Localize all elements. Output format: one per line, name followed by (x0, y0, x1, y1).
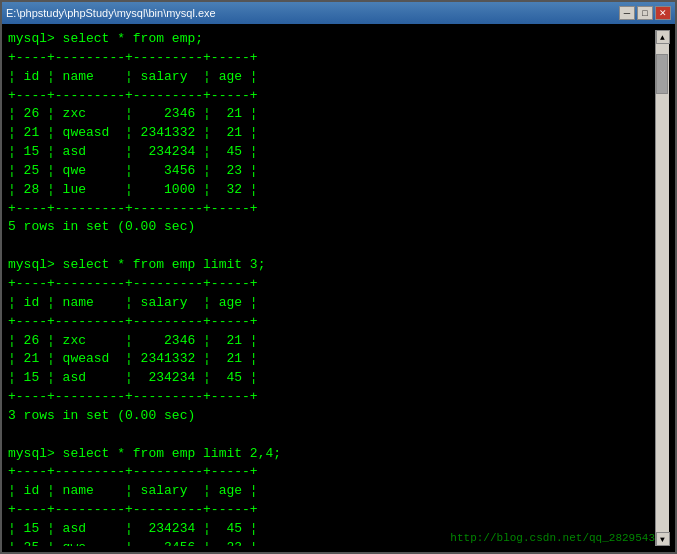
terminal-content[interactable]: mysql> select * from emp; +----+--------… (8, 30, 655, 546)
maximize-button[interactable]: □ (637, 6, 653, 20)
terminal-body: mysql> select * from emp; +----+--------… (2, 24, 675, 552)
scroll-up-button[interactable]: ▲ (656, 30, 670, 44)
scroll-thumb[interactable] (656, 54, 668, 94)
scroll-track[interactable] (656, 44, 669, 532)
close-button[interactable]: ✕ (655, 6, 671, 20)
title-bar-controls: ─ □ ✕ (619, 6, 671, 20)
scrollbar[interactable]: ▲ ▼ (655, 30, 669, 546)
window: E:\phpstudy\phpStudy\mysql\bin\mysql.exe… (0, 0, 677, 554)
title-bar-text: E:\phpstudy\phpStudy\mysql\bin\mysql.exe (6, 7, 216, 19)
minimize-button[interactable]: ─ (619, 6, 635, 20)
scroll-down-button[interactable]: ▼ (656, 532, 670, 546)
title-bar: E:\phpstudy\phpStudy\mysql\bin\mysql.exe… (2, 2, 675, 24)
watermark: http://blog.csdn.net/qq_2829543 (450, 532, 655, 544)
